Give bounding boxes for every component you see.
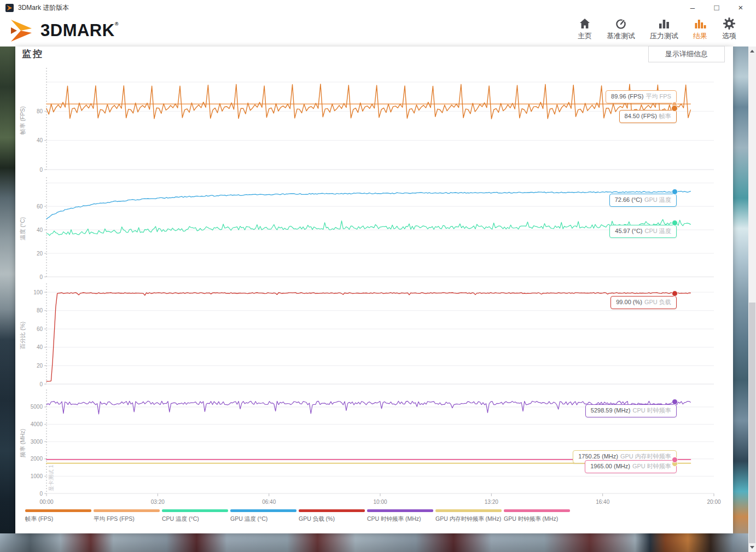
page-title: 监控: [22, 48, 44, 60]
svg-text:0: 0: [39, 381, 43, 387]
nav-item-options[interactable]: 选项: [722, 18, 736, 41]
svg-text:5000: 5000: [31, 404, 43, 410]
nav-item-home[interactable]: 主页: [578, 18, 592, 41]
svg-text:1000: 1000: [31, 473, 43, 479]
scroll-up-button[interactable]: [748, 47, 756, 55]
background-art-right: [733, 47, 748, 552]
legend-color-bar: [504, 509, 570, 512]
background-art-bottom: [0, 533, 756, 552]
nav-item-results[interactable]: 结果: [693, 18, 707, 41]
test-phase-annotation: 显卡测试 1: [48, 464, 54, 491]
marker-dot-gpu_load: [672, 290, 678, 297]
3dmark-flame-icon: [10, 19, 36, 43]
arrow-down-icon: [750, 546, 754, 549]
legend-item[interactable]: 平均 FPS (FPS): [94, 509, 160, 523]
maximize-button[interactable]: □: [705, 0, 729, 15]
gauge-icon: [615, 18, 627, 30]
legend-label: GPU 时钟频率 (MHz): [504, 515, 570, 523]
legend-label: CPU 时钟频率 (MHz): [367, 515, 433, 523]
svg-text:60: 60: [37, 204, 43, 210]
y-axis-label: 温度 (°C): [19, 217, 26, 241]
x-axis-tick: 03:20: [151, 499, 165, 505]
legend-item[interactable]: GPU 温度 (°C): [230, 509, 296, 523]
scrollbar[interactable]: [748, 47, 756, 552]
legend-label: CPU 温度 (°C): [162, 515, 228, 523]
legend-color-bar: [299, 509, 365, 512]
x-axis-tick: 20:00: [707, 499, 720, 505]
y-axis-label: 频率 (MHz): [19, 429, 26, 458]
arrow-up-icon: [750, 50, 754, 53]
marker-dot-gpu_temp: [672, 189, 678, 195]
3dmark-logo: 3DMARK®: [10, 19, 119, 43]
gear-icon: [723, 18, 735, 30]
svg-text:0: 0: [39, 274, 43, 280]
minimize-button[interactable]: –: [681, 0, 705, 15]
y-axis-label: 帧率 (FPS): [19, 106, 26, 134]
svg-text:4000: 4000: [31, 421, 43, 427]
home-icon: [579, 18, 591, 30]
window-controls: – □ ×: [681, 0, 753, 15]
svg-text:40: 40: [37, 227, 43, 233]
svg-text:2000: 2000: [31, 456, 43, 462]
close-button[interactable]: ×: [729, 0, 753, 15]
registered-mark: ®: [115, 21, 119, 27]
window-titlebar: 3DMark 进阶版本 – □ ×: [0, 0, 756, 15]
app-icon: [5, 4, 14, 12]
legend-item[interactable]: CPU 时钟频率 (MHz): [367, 509, 433, 523]
svg-text:20: 20: [37, 363, 43, 369]
legend-color-bar: [367, 509, 433, 512]
svg-text:80: 80: [37, 108, 43, 114]
monitoring-panel: 监控 显示详细信息 04080帧率 (FPS)0204060温度 (°C)020…: [15, 47, 733, 533]
logo-text: 3DMARK®: [40, 19, 119, 43]
x-axis-tick: 10:00: [373, 499, 387, 505]
chart-legend: 帧率 (FPS)平均 FPS (FPS)CPU 温度 (°C)GPU 温度 (°…: [25, 509, 572, 523]
results-chart-icon: [694, 18, 706, 30]
svg-text:3000: 3000: [31, 439, 43, 445]
svg-text:0: 0: [39, 167, 43, 173]
legend-item[interactable]: 帧率 (FPS): [25, 509, 91, 523]
x-axis-tick: 13:20: [485, 499, 498, 505]
legend-item[interactable]: CPU 温度 (°C): [162, 509, 228, 523]
series-cpu_temp: [46, 219, 690, 235]
bar-chart-icon: [658, 18, 670, 30]
x-axis-tick: 16:40: [596, 499, 609, 505]
svg-text:0: 0: [39, 491, 43, 497]
legend-color-bar: [25, 509, 91, 512]
svg-text:20: 20: [37, 251, 43, 257]
nav-item-benchmark[interactable]: 基准测试: [607, 18, 635, 41]
legend-color-bar: [162, 509, 228, 512]
callout-cpu_temp: 45.97 (°C)CPU 温度: [609, 225, 677, 238]
window-title: 3DMark 进阶版本: [18, 3, 69, 13]
series-fps: [46, 84, 690, 119]
series-gpu_temp: [46, 191, 690, 219]
svg-text:80: 80: [37, 307, 43, 313]
y-axis-label: 百分比 (%): [19, 322, 26, 350]
callout-avg_fps: 89.96 (FPS)平均 FPS: [606, 90, 677, 103]
legend-label: GPU 内存时钟频率 (MHz): [435, 515, 502, 523]
legend-item[interactable]: GPU 内存时钟频率 (MHz): [435, 509, 502, 523]
legend-item[interactable]: GPU 时钟频率 (MHz): [504, 509, 570, 523]
nav-item-stress-test[interactable]: 压力测试: [650, 18, 678, 41]
series-gpu_load: [46, 293, 690, 381]
callout-gpu_load: 99.00 (%)GPU 负载: [610, 296, 677, 309]
legend-color-bar: [230, 509, 296, 512]
callout-gpu_clock: 1965.00 (MHz)GPU 时钟频率: [585, 460, 677, 473]
app-header: 3DMARK® 主页 基准测试 压力测试 结果: [0, 15, 756, 47]
app-icon-flame: [7, 5, 13, 11]
legend-color-bar: [435, 509, 502, 512]
show-details-button[interactable]: 显示详细信息: [648, 46, 725, 62]
callout-fps: 84.50 (FPS)帧率: [619, 110, 677, 123]
svg-text:100: 100: [33, 289, 43, 295]
legend-label: 帧率 (FPS): [25, 515, 91, 523]
app-window: 3DMark 进阶版本 – □ × 3DMARK® 主页 基准测试: [0, 0, 756, 552]
scroll-down-button[interactable]: [748, 543, 756, 551]
svg-text:60: 60: [37, 326, 43, 332]
x-axis-tick: 06:40: [262, 499, 276, 505]
scrollbar-thumb[interactable]: [749, 303, 755, 543]
svg-text:40: 40: [37, 344, 43, 350]
callout-gpu_temp: 72.66 (°C)GPU 温度: [609, 194, 677, 207]
legend-label: GPU 负载 (%): [299, 515, 365, 523]
callout-cpu_clock: 5298.59 (MHz)CPU 时钟频率: [585, 404, 677, 417]
legend-item[interactable]: GPU 负载 (%): [299, 509, 365, 523]
svg-text:40: 40: [37, 137, 43, 143]
